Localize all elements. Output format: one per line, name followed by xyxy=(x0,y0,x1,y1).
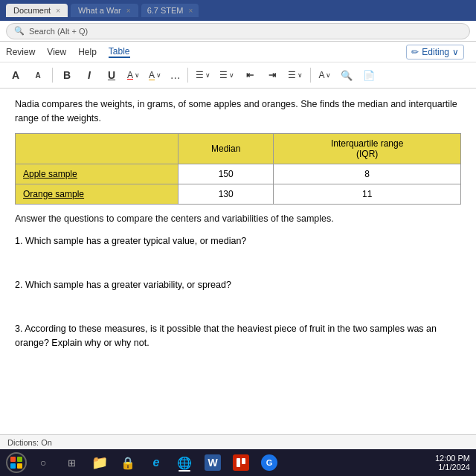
table-header-median: Median xyxy=(178,133,274,164)
table-row-apple: Apple sample 150 8 xyxy=(16,164,461,184)
menu-review[interactable]: Review xyxy=(6,47,35,57)
pencil-icon: ✏ xyxy=(411,47,419,57)
question-2: 2. Which sample has a greater variabilit… xyxy=(15,278,461,292)
menu-table[interactable]: Table xyxy=(109,46,130,58)
tab-what-a-war[interactable]: What a War × xyxy=(71,4,138,17)
question-1-number: 1. xyxy=(15,236,22,246)
taskbar-chrome-btn[interactable]: 🌐 xyxy=(173,452,196,473)
word-icon: W xyxy=(205,454,221,471)
taskbar-edge-btn[interactable]: e xyxy=(144,452,168,473)
red-app-svg xyxy=(236,457,246,468)
question-2-number: 2. xyxy=(15,280,22,290)
align-dropdown[interactable]: ☰ ∨ xyxy=(285,68,306,82)
svg-rect-0 xyxy=(237,458,240,467)
intro-paragraph: Nadia compares the weights, in grams, of… xyxy=(15,97,461,126)
browser-chrome: Document × What a War × 6.7 STEM × xyxy=(0,0,476,21)
ribbon-menu: Review View Help Table ✏ Editing ∨ xyxy=(0,42,476,62)
taskbar: ○ ⊞ 📁 🔒 e 🌐 W G 12:00 PM 1/1/2024 xyxy=(0,449,476,476)
highlight-icon: A xyxy=(149,70,155,80)
taskbar-blue-app-btn[interactable]: G xyxy=(257,452,281,473)
list2-icon: ☰ xyxy=(219,70,228,80)
document-area: Nadia compares the weights, in grams, of… xyxy=(0,89,476,450)
chevron-list2-icon: ∨ xyxy=(229,71,234,79)
apple-iqr-cell: 8 xyxy=(274,164,461,184)
question-1-text: Which sample has a greater typical value… xyxy=(25,236,246,246)
highlight-dropdown[interactable]: A ∨ xyxy=(146,68,164,82)
taskbar-file-explorer-btn[interactable]: 📁 xyxy=(88,452,112,473)
editing-label: Editing xyxy=(422,47,449,57)
align-icon: ☰ xyxy=(288,70,296,80)
taskbar-clock: 12:00 PM 1/1/2024 xyxy=(435,454,470,472)
close-tab-document[interactable]: × xyxy=(56,7,60,15)
close-tab-war[interactable]: × xyxy=(126,7,131,15)
taskbar-search-btn[interactable]: ○ xyxy=(31,452,55,473)
text-color-dropdown2[interactable]: A ∨ xyxy=(315,68,334,82)
more-options-btn[interactable]: ... xyxy=(167,68,183,82)
chevron-align-icon: ∨ xyxy=(298,71,303,79)
tab-stem[interactable]: 6.7 STEM × xyxy=(141,4,199,17)
url-text: Search (Alt + Q) xyxy=(29,27,88,36)
font-size-small-btn[interactable]: A xyxy=(28,65,48,85)
question-3: 3. According to these measures, is it po… xyxy=(15,322,461,350)
taskbar-multitask-btn[interactable]: ⊞ xyxy=(60,452,83,473)
red-app-icon xyxy=(233,454,249,471)
taskbar-red-app-btn[interactable] xyxy=(229,452,253,473)
ribbon-toolbar: A A B I U A ∨ A ∨ ... ☰ ∨ ☰ ∨ ⇤ ⇥ ☰ ∨ xyxy=(0,62,476,88)
doc-icon-btn[interactable]: 📄 xyxy=(359,65,379,85)
question-3-number: 3. xyxy=(15,324,22,334)
underline-btn[interactable]: U xyxy=(102,65,121,85)
list-style2-dropdown[interactable]: ☰ ∨ xyxy=(216,68,237,82)
url-bar[interactable]: 🔍 Search (Alt + Q) xyxy=(6,23,470,39)
font-color-dropdown[interactable]: A ∨ xyxy=(124,68,143,82)
list-style-dropdown[interactable]: ☰ ∨ xyxy=(193,68,213,82)
chrome-icon: 🌐 xyxy=(177,456,192,470)
table-row-orange: Orange sample 130 11 xyxy=(16,184,461,204)
separator-3 xyxy=(310,68,311,83)
increase-indent-btn[interactable]: ⇥ xyxy=(263,65,282,85)
chevron-textcolor-icon: ∨ xyxy=(326,71,331,79)
italic-btn[interactable]: I xyxy=(80,65,99,85)
folder-icon: 🔒 xyxy=(120,456,135,470)
search-icon: 🔍 xyxy=(14,26,25,36)
text-color-a-icon: A xyxy=(318,70,324,80)
chevron-down-icon: ∨ xyxy=(452,47,459,57)
chevron-list-icon: ∨ xyxy=(205,71,210,79)
color-a-icon: A xyxy=(127,70,133,80)
question-3-text: According to these measures, is it possi… xyxy=(15,324,437,348)
browser-tabs: Document × What a War × 6.7 STEM × xyxy=(6,4,470,17)
chevron-highlight-icon: ∨ xyxy=(156,71,161,79)
taskbar-folder-btn[interactable]: 🔒 xyxy=(116,452,140,473)
bold-btn[interactable]: B xyxy=(57,65,77,85)
orange-iqr-cell: 11 xyxy=(274,184,461,204)
apple-median-cell: 150 xyxy=(178,164,274,184)
separator-2 xyxy=(187,68,188,83)
chevron-color-icon: ∨ xyxy=(135,71,140,79)
editing-mode-btn[interactable]: ✏ Editing ∨ xyxy=(406,45,464,60)
ribbon: Review View Help Table ✏ Editing ∨ A A B… xyxy=(0,42,476,89)
orange-label-cell: Orange sample xyxy=(16,184,178,204)
separator-1 xyxy=(52,68,53,83)
taskbar-word-btn[interactable]: W xyxy=(201,452,225,473)
table-header-row: Median Interquartile range (IQR) xyxy=(16,133,461,164)
close-tab-stem[interactable]: × xyxy=(189,7,193,15)
menu-view[interactable]: View xyxy=(47,47,66,57)
decrease-indent-btn[interactable]: ⇤ xyxy=(240,65,260,85)
status-text: Dictions: On xyxy=(7,438,52,447)
find-btn[interactable]: 🔍 xyxy=(337,65,356,85)
tab-document[interactable]: Document × xyxy=(6,4,68,17)
windows-icon xyxy=(10,457,22,469)
active-app-indicator xyxy=(178,470,190,472)
multitask-icon: ⊞ xyxy=(68,457,76,469)
list-icon: ☰ xyxy=(196,70,204,80)
menu-help[interactable]: Help xyxy=(78,47,97,57)
table-corner-cell xyxy=(16,133,178,164)
answer-prompt: Answer the questions to compare the cent… xyxy=(15,212,461,226)
edge-icon: e xyxy=(153,456,160,469)
search-taskbar-icon: ○ xyxy=(40,457,46,469)
document-wrapper: Nadia compares the weights, in grams, of… xyxy=(0,89,476,450)
svg-rect-1 xyxy=(242,458,245,464)
status-bar: Dictions: On xyxy=(0,434,476,449)
address-bar: 🔍 Search (Alt + Q) xyxy=(0,21,476,42)
font-size-large-btn[interactable]: A xyxy=(6,65,25,85)
windows-start-btn[interactable] xyxy=(6,452,27,473)
